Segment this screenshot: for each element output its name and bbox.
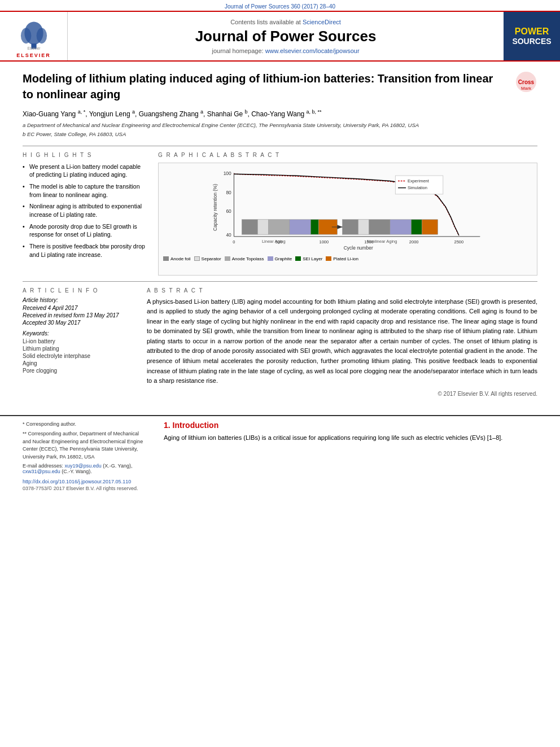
- received-date: Received 4 April 2017: [23, 305, 135, 311]
- svg-rect-26: [242, 219, 258, 234]
- svg-rect-35: [358, 219, 369, 234]
- article-content: Modeling of lithium plating induced agin…: [0, 62, 560, 406]
- graphical-abstract-chart: 100 80 60 40 0 500 1000 1500 2000 2500: [163, 168, 532, 252]
- svg-rect-39: [422, 219, 438, 234]
- author-shanhai: Shanhai Ge b,: [207, 110, 250, 118]
- bottom-divider: [0, 415, 560, 416]
- keywords-label: Keywords:: [23, 330, 135, 337]
- keyword-5: Pore clogging: [23, 368, 135, 374]
- keyword-4: Aging: [23, 360, 135, 366]
- keyword-1: Li-ion battery: [23, 338, 135, 344]
- info-abstract-row: A R T I C L E I N F O Article history: R…: [23, 287, 537, 397]
- highlight-item: The model is able to capture the transit…: [23, 182, 147, 199]
- keyword-3: Solid electrolyte interphase: [23, 353, 135, 359]
- footer-section: * Corresponding author. ** Corresponding…: [0, 421, 560, 501]
- doi-line[interactable]: http://dx.doi.org/10.1016/j.jpowsour.201…: [23, 479, 147, 484]
- introduction-section: 1. Introduction Aging of lithium ion bat…: [164, 421, 537, 492]
- keyword-2: Lithium plating: [23, 346, 135, 352]
- email-info: E-mail addresses: xuy19@psu.edu (X.-G. Y…: [23, 463, 147, 474]
- highlight-item: Anode porosity drop due to SEI growth is…: [23, 222, 147, 239]
- article-info-heading: A R T I C L E I N F O: [23, 287, 135, 294]
- elsevier-label: ELSEVIER: [16, 53, 51, 58]
- keywords-section: Keywords: Li-ion battery Lithium plating…: [23, 330, 135, 374]
- divider-2: [23, 281, 537, 282]
- elsevier-tree-icon: Elsevier: [11, 18, 56, 51]
- intro-text: Aging of lithium ion batteries (LIBs) is…: [164, 433, 537, 443]
- history-label: Article history:: [23, 297, 135, 303]
- abstract-heading: A B S T R A C T: [147, 287, 537, 294]
- affiliation-a: a Department of Mechanical and Nuclear E…: [23, 121, 537, 129]
- legend-anode-foil: Anode foil: [163, 256, 191, 261]
- svg-rect-28: [268, 219, 290, 234]
- crossmark-icon: Cross Mark: [515, 71, 537, 93]
- elsevier-logo: Elsevier ELSEVIER: [0, 12, 68, 60]
- svg-rect-29: [290, 219, 311, 234]
- email-2-link[interactable]: cxw31@psu.edu: [23, 469, 60, 474]
- accepted-date: Accepted 30 May 2017: [23, 320, 135, 326]
- legend-plated-li: Plated Li-ion: [326, 256, 358, 261]
- affiliations: a Department of Mechanical and Nuclear E…: [23, 121, 537, 139]
- power-sources-logo: POWER SOURCES: [504, 12, 560, 60]
- highlights-section: H I G H L I G H T S We present a Li-ion …: [23, 152, 147, 276]
- journal-ref: Journal of Power Sources 360 (2017) 28–4…: [0, 0, 560, 11]
- authors: Xiao-Guang Yang a, *, Yongjun Leng a, Gu…: [23, 109, 537, 118]
- highlights-heading: H I G H L I G H T S: [23, 152, 147, 158]
- svg-text:60: 60: [226, 208, 231, 213]
- footer-left: * Corresponding author. ** Corresponding…: [23, 421, 147, 492]
- svg-point-3: [36, 28, 46, 43]
- corresponding-author-1: * Corresponding author.: [23, 421, 147, 429]
- homepage-url[interactable]: www.elsevier.com/locate/jpowsour: [265, 47, 360, 54]
- highlight-item: Nonlinear aging is attributed to exponen…: [23, 202, 147, 219]
- abstract-text: A physics-based Li-ion battery (LIB) agi…: [147, 297, 537, 386]
- intro-heading: 1. Introduction: [164, 421, 537, 430]
- article-history: Article history: Received 4 April 2017 R…: [23, 297, 135, 326]
- svg-text:2000: 2000: [409, 239, 419, 244]
- article-info-section: A R T I C L E I N F O Article history: R…: [23, 287, 135, 397]
- svg-rect-38: [412, 219, 422, 234]
- issn-line: 0378-7753/© 2017 Elsevier B.V. All right…: [23, 486, 147, 491]
- header-bar: Elsevier ELSEVIER Contents lists availab…: [0, 11, 560, 62]
- svg-rect-36: [369, 219, 391, 234]
- svg-text:0: 0: [233, 239, 235, 244]
- journal-homepage: journal homepage: www.elsevier.com/locat…: [212, 47, 359, 54]
- divider-1: [23, 146, 537, 146]
- highlights-abstract-row: H I G H L I G H T S We present a Li-ion …: [23, 152, 537, 276]
- svg-rect-34: [343, 219, 358, 234]
- svg-text:Elsevier: Elsevier: [27, 46, 41, 50]
- author-yongjun: Yongjun Leng a,: [89, 110, 137, 118]
- graphical-abstract-heading: G R A P H I C A L A B S T R A C T: [158, 152, 537, 158]
- graphical-abstract-section: G R A P H I C A L A B S T R A C T 100 80…: [158, 152, 537, 276]
- copyright: © 2017 Elsevier B.V. All rights reserved…: [147, 391, 537, 397]
- sources-label: SOURCES: [512, 37, 551, 46]
- legend-graphite: Graphite: [268, 256, 292, 261]
- svg-text:Cross: Cross: [518, 79, 535, 85]
- svg-text:Mark: Mark: [521, 86, 532, 91]
- contents-line: Contents lists available at ScienceDirec…: [230, 19, 341, 25]
- sciencedirect-link[interactable]: ScienceDirect: [303, 19, 341, 25]
- author-chaoyang: Chao-Yang Wang a, b, **: [251, 110, 321, 118]
- chart-legend: Anode foil Separator Anode Topolass Grap…: [163, 256, 532, 261]
- svg-text:Capacity retention (%): Capacity retention (%): [212, 184, 218, 231]
- svg-rect-30: [310, 219, 318, 234]
- highlight-item: There is positive feedback btw porosity …: [23, 242, 147, 259]
- abstract-section: A B S T R A C T A physics-based Li-ion b…: [147, 287, 537, 397]
- title-section: Modeling of lithium plating induced agin…: [23, 71, 537, 102]
- svg-text:Experiment: Experiment: [408, 178, 430, 184]
- svg-rect-27: [258, 219, 269, 234]
- svg-text:1000: 1000: [319, 239, 329, 244]
- header-center: Contents lists available at ScienceDirec…: [68, 12, 504, 60]
- corresponding-author-2: ** Corresponding author, Department of M…: [23, 430, 147, 461]
- legend-anode-topolass: Anode Topolass: [225, 256, 264, 261]
- svg-text:2500: 2500: [454, 239, 464, 244]
- highlights-list: We present a Li-ion battery model capabl…: [23, 163, 147, 259]
- author-xiao: Xiao-Guang Yang a, *,: [23, 110, 88, 118]
- power-label: POWER: [512, 27, 551, 37]
- svg-point-2: [20, 28, 30, 43]
- svg-text:Nonlinear Aging: Nonlinear Aging: [367, 239, 397, 244]
- footer-columns: * Corresponding author. ** Corresponding…: [23, 421, 537, 492]
- legend-sei-layer: SEI Layer: [295, 256, 322, 261]
- svg-rect-37: [390, 219, 412, 234]
- journal-title: Journal of Power Sources: [195, 28, 377, 45]
- email-1-link[interactable]: xuy19@psu.edu: [65, 463, 102, 469]
- article-title: Modeling of lithium plating induced agin…: [23, 71, 506, 102]
